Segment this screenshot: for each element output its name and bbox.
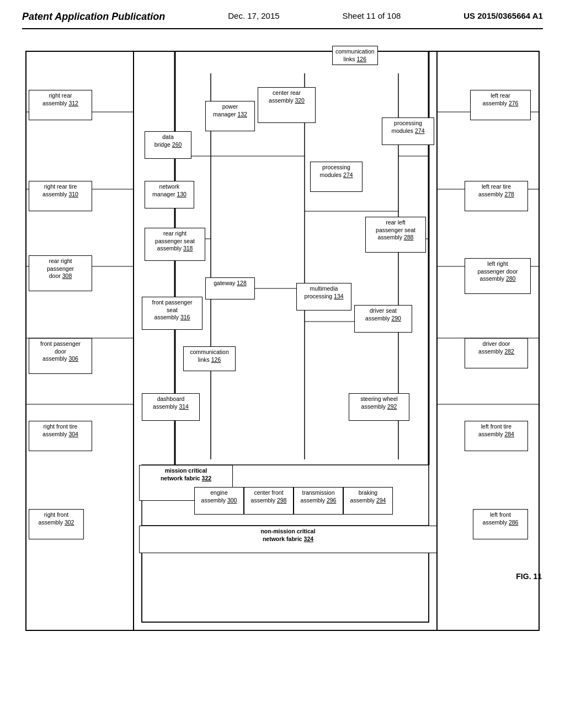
processing-modules-left: processing modules 274 (310, 162, 363, 192)
center-front-assembly: center front assembly 298 (244, 487, 294, 515)
left-front-assembly: left front assembly 286 (473, 509, 528, 539)
patent-number: US 2015/0365664 A1 (463, 11, 543, 20)
right-front-tire: right front tire assembly 304 (29, 421, 92, 451)
right-rear-assembly: right rear assembly 312 (29, 90, 92, 120)
right-front-assembly: right front assembly 302 (29, 509, 84, 539)
power-manager: power manager 132 (205, 101, 255, 131)
rear-left-passenger-seat: rear left passenger seat assembly 288 (365, 217, 426, 253)
multimedia-processing: multimedia processing 134 (296, 283, 351, 311)
left-rear-tire: left rear tire assembly 278 (465, 181, 528, 211)
front-passenger-seat: front passenger seat assembly 316 (142, 297, 202, 330)
right-rear-tire: right rear tire assembly 310 (29, 181, 92, 211)
braking-assembly: braking assembly 294 (343, 487, 393, 515)
page: Patent Application Publication Dec. 17, … (0, 0, 565, 728)
publication-date: Dec. 17, 2015 (228, 11, 279, 20)
non-mission-critical-fabric: non-mission critical network fabric 324 (139, 526, 437, 553)
connector-lines (23, 46, 542, 669)
figure-label: FIG. 11 (516, 572, 542, 581)
front-passenger-door: front passenger door assembly 306 (29, 338, 92, 374)
engine-assembly: engine assembly 300 (194, 487, 244, 515)
left-rear-assembly: left rear assembly 276 (470, 90, 531, 120)
diagram: right front assembly 302 right front tir… (23, 46, 542, 669)
publication-title: Patent Application Publication (22, 11, 165, 23)
driver-seat: driver seat assembly 290 (354, 305, 412, 333)
dashboard: dashboard assembly 314 (142, 393, 200, 421)
sheet-info: Sheet 11 of 108 (342, 11, 401, 20)
center-rear-assembly: center rear assembly 320 (258, 87, 316, 123)
gateway: gateway 128 (205, 277, 255, 299)
processing-modules-right: processing modules 274 (382, 117, 434, 145)
left-right-passenger-door: left right passenger door assembly 280 (465, 258, 531, 294)
left-front-tire: left front tire assembly 284 (465, 421, 528, 451)
rear-right-passenger-seat: rear right passenger seat assembly 318 (145, 228, 205, 261)
rear-right-passenger-door: rear right passenger door 308 (29, 255, 92, 291)
communication-links-left: communication links 126 (183, 346, 236, 371)
driver-door: driver door assembly 282 (465, 338, 528, 368)
communication-links-right: communication links 126 (332, 46, 378, 65)
transmission-assembly: transmission assembly 296 (294, 487, 343, 515)
page-header: Patent Application Publication Dec. 17, … (22, 11, 543, 29)
data-bridge: data bridge 260 (145, 131, 191, 159)
network-manager: network manager 130 (145, 181, 194, 208)
steering-wheel: steering wheel assembly 292 (349, 393, 409, 421)
